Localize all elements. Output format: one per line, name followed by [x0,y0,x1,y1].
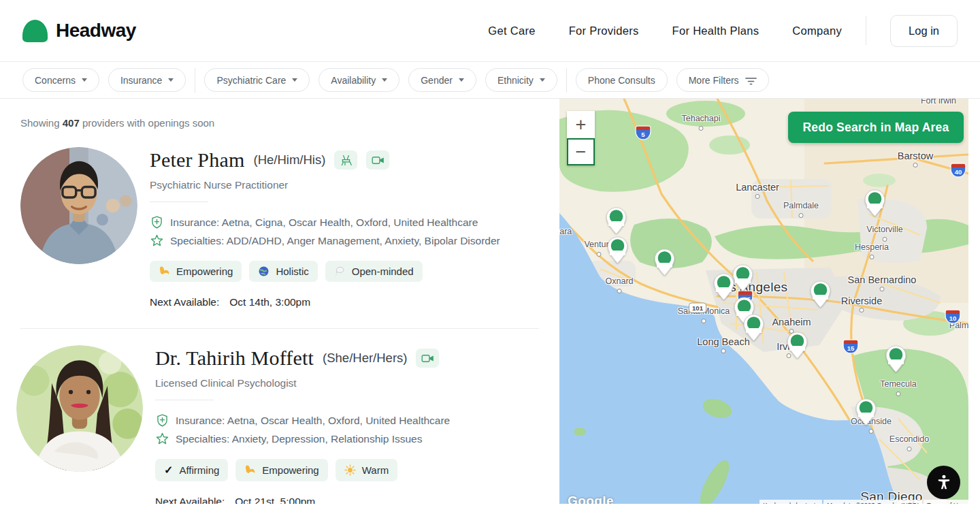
map-city-dot [755,194,760,199]
map-label: Hesperia [855,242,889,252]
nav-get-care[interactable]: Get Care [488,25,535,37]
map-pin[interactable] [864,189,885,217]
map-label: Lancaster [736,182,779,193]
filter-concerns[interactable]: Concerns [22,68,99,92]
filter-lines-icon [745,76,757,85]
map-pin[interactable] [885,345,906,373]
provider-title: Licensed Clinical Psychologist [155,377,450,389]
chevron-down-icon [459,78,464,82]
provider-name[interactable]: Peter Pham [150,148,244,172]
filter-label: Ethnicity [497,75,534,86]
star-icon [150,234,164,248]
provider-details: Dr. Tahirih Moffett (She/Her/Hers) Licen… [155,345,450,504]
filter-availability[interactable]: Availability [318,68,399,92]
map-city-dot [702,319,706,323]
map-pin[interactable] [732,264,753,292]
keyboard-shortcuts-link[interactable]: Keyboard shortcuts [760,500,822,504]
filter-bar: Concerns Insurance Psychiatric Care Avai… [0,62,980,99]
map-city-dot [883,237,887,242]
nav-links: Get Care For Providers For Health Plans … [488,15,958,47]
map-city-dot [896,391,901,396]
video-chip[interactable] [366,150,389,170]
accessibility-icon [935,474,953,492]
divider [150,202,208,202]
chevron-down-icon [168,78,174,82]
filter-label: Phone Consults [588,75,655,86]
accessibility-button[interactable] [927,466,960,499]
next-available-time: Oct 21st, 5:00pm [235,496,315,504]
filter-insurance[interactable]: Insurance [108,68,186,92]
star-icon [155,432,169,446]
globe-icon [258,266,270,277]
badge-label: Holistic [276,266,308,277]
next-available-time: Oct 14th, 3:00pm [229,296,310,308]
map-label: Riverside [841,295,882,306]
filter-gender[interactable]: Gender [408,68,476,92]
in-person-chip[interactable] [334,150,357,170]
zoom-out-button[interactable]: − [567,138,595,165]
map-label: Temecula [880,379,917,389]
more-filters-button[interactable]: More Filters [676,68,769,92]
map-pin[interactable] [855,398,877,426]
map-city-dot [880,287,885,291]
nav-for-providers[interactable]: For Providers [569,25,639,37]
provider-pronouns: (She/Her/Hers) [323,351,407,366]
provider-card[interactable]: Peter Pham (He/Him/His) Psychiatric Nurs… [20,147,539,308]
avatar[interactable] [16,345,143,472]
nav-company[interactable]: Company [792,25,842,37]
insurance-row: Insurance: Aetna, Cigna, Oscar Health, O… [150,213,500,231]
headway-logo-icon [22,20,48,42]
provider-name[interactable]: Dr. Tahirih Moffett [155,347,314,370]
zoom-in-button[interactable]: + [567,111,595,138]
check-icon: ✓ [164,464,173,477]
next-available-label: Next Available: [155,496,225,504]
muscle-icon [159,266,170,277]
provider-card[interactable]: Dr. Tahirih Moffett (She/Her/Hers) Licen… [20,345,539,504]
muscle-icon [244,464,256,476]
card-divider [20,328,539,329]
chevron-down-icon [82,78,87,82]
trait-badges: Empowering Holistic Open-minded [150,261,500,282]
filter-phone-consults[interactable]: Phone Consults [576,68,668,92]
map-pin[interactable] [713,273,734,301]
map-label: Fort Irwin [921,99,956,106]
map-pin[interactable] [607,236,628,264]
provider-list: Showing 407 providers with openings soon [0,99,559,504]
map-pin[interactable] [654,249,675,276]
video-camera-icon [421,353,434,364]
map-city-dot [799,213,804,218]
filter-psychiatric-care[interactable]: Psychiatric Care [204,68,310,92]
insurance-text: Insurance: Aetna, Oscar Health, Oxford, … [176,411,450,430]
map-city-dot [721,349,726,353]
map-pin[interactable] [743,314,764,342]
map-city-dot [907,447,912,451]
map-label: Oxnard [606,276,634,286]
login-button[interactable]: Log in [890,15,958,47]
map-attribution: Keyboard shortcuts Map data ©2023 Google… [760,500,968,504]
headway-logo[interactable]: Headway [22,20,136,42]
map-label: Palmdale [783,201,819,210]
nav-for-health-plans[interactable]: For Health Plans [672,25,760,37]
nav-divider [866,16,866,45]
terms-link[interactable]: Terms of Use [924,500,968,504]
map-pin[interactable] [606,207,627,235]
redo-search-button[interactable]: Redo Search in Map Area [788,112,964,143]
provider-details: Peter Pham (He/Him/His) Psychiatric Nurs… [150,147,500,308]
map-label: Long Beach [697,336,749,347]
badge-label: Open-minded [352,266,414,277]
map-canvas[interactable]: Fort IrwinTehachapiBarstowLancasterPalmd… [559,99,968,504]
google-logo: Google [568,494,614,504]
filter-label: Gender [421,75,453,86]
video-chip[interactable] [416,349,439,368]
filter-ethnicity[interactable]: Ethnicity [485,68,557,92]
badge-label: Affirming [179,464,219,476]
map-pin[interactable] [810,280,831,308]
shield-plus-icon [155,413,169,428]
avatar[interactable] [20,147,137,264]
next-available: Next Available:Oct 14th, 3:00pm [150,296,500,308]
badge-label: Empowering [262,464,318,476]
divider [155,400,214,400]
top-nav: Headway Get Care For Providers For Healt… [0,0,980,62]
map-pin[interactable] [787,332,808,359]
next-available: Next Available:Oct 21st, 5:00pm [155,496,450,504]
